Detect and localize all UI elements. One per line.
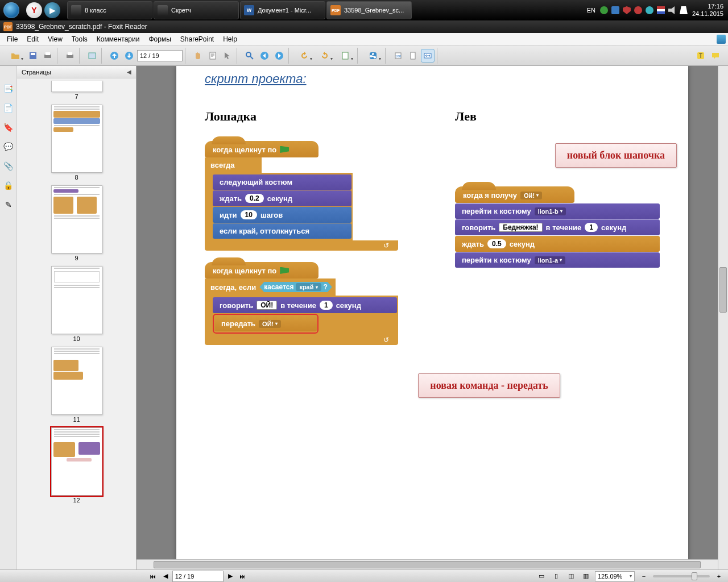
loop-arrow-icon: ↺ [383,242,389,250]
start-button[interactable] [0,0,23,20]
menu-file[interactable]: File [2,34,22,44]
share-button[interactable] [363,49,383,63]
menu-edit[interactable]: Edit [22,34,43,44]
page-thumbnail[interactable] [51,266,102,334]
wmp-icon[interactable]: ▶ [44,2,60,18]
tray-icon[interactable] [646,6,653,14]
next-page-button[interactable] [122,49,136,63]
menu-tools[interactable]: Tools [67,34,92,44]
comments-tab-icon[interactable]: 💬 [3,141,14,152]
prev-page-button[interactable]: ◀ [160,571,171,581]
prev-page-button[interactable] [107,49,121,63]
zoom-out-button[interactable]: − [638,571,650,581]
page-thumbnail[interactable] [51,81,102,92]
svg-text:T: T [699,53,702,59]
page-thumbnail[interactable] [51,347,102,415]
select-text-tool[interactable] [206,49,220,63]
actual-size-button[interactable]: 100 [391,49,405,63]
folder-icon [71,5,81,15]
menu-help[interactable]: Help [218,34,242,44]
horizontal-scrollbar[interactable] [136,559,718,569]
rotate-right-button[interactable] [315,49,334,63]
restore-icon[interactable] [717,35,726,44]
hand-tool[interactable] [191,49,205,63]
note-button[interactable] [709,49,722,63]
last-page-button[interactable]: ⏭ [237,571,249,581]
vertical-scrollbar[interactable] [718,66,728,569]
green-flag-icon [280,146,289,154]
tray-icon[interactable] [611,6,619,14]
select-tool[interactable] [221,49,234,63]
task-foxit[interactable]: PDF33598_Grebnev_sc... [326,1,412,19]
rotate-left-button[interactable] [295,49,314,63]
callout-top: новый блок шапочка [555,143,677,168]
thumbnails-list[interactable]: 7 8 9 10 11 12 [17,78,136,569]
page-thumbnail[interactable] [51,427,102,496]
menu-comments[interactable]: Комментарии [92,34,144,44]
zoom-combo[interactable]: 125.09% [595,571,635,581]
language-indicator[interactable]: EN [587,7,595,14]
print-button[interactable] [41,49,55,63]
menu-sharepoint[interactable]: SharePoint [176,34,218,44]
signatures-tab-icon[interactable]: ✎ [3,199,14,210]
scratch-script-3: когда я получу Ой! перейти к костюму lio… [455,186,660,268]
open-button[interactable] [6,49,25,63]
print-button2[interactable] [63,49,77,63]
first-page-button[interactable]: ⏮ [147,571,159,581]
status-page-input[interactable] [172,571,224,582]
svg-text:100: 100 [395,55,402,58]
scratch-script-1: когда щелкнут по всегда следующий костюм… [205,141,398,251]
flag-icon[interactable] [657,6,665,14]
menu-view[interactable]: View [43,34,67,44]
collapse-icon[interactable]: ◀ [127,69,131,75]
yandex-icon[interactable]: Y [26,2,42,18]
find-next-button[interactable] [272,49,286,63]
pdf-icon: PDF [3,22,13,31]
single-page-button[interactable]: ▭ [536,571,547,581]
continuous-facing-button[interactable]: ▥ [580,571,592,581]
task-word[interactable]: WДокумент1 - Micr... [240,1,325,19]
shield-icon[interactable] [623,6,631,14]
volume-icon[interactable] [668,6,676,14]
highlight-button[interactable]: T [694,49,708,63]
bookmarks-tab-icon[interactable]: 📑 [3,83,14,94]
find-prev-button[interactable] [258,49,271,63]
fit-page-button[interactable] [406,49,420,63]
folder-icon [158,5,168,15]
svg-rect-13 [342,52,348,59]
task-scratch[interactable]: Скретч [154,1,239,19]
page-number-input[interactable] [137,50,183,61]
save-button[interactable] [26,49,40,63]
menu-bar: File Edit View Tools Комментарии Формы S… [0,33,728,45]
next-page-button[interactable]: ▶ [225,571,236,581]
layers-tab-icon[interactable]: 🔖 [3,122,14,133]
menu-forms[interactable]: Формы [144,34,175,44]
pages-tab-icon[interactable]: 📄 [3,102,14,114]
continuous-button[interactable]: ▯ [551,571,562,581]
loop-arrow-icon: ↺ [383,336,389,344]
svg-rect-17 [411,52,415,59]
find-button[interactable] [243,49,257,63]
snapshot-button[interactable] [336,49,355,63]
facing-button[interactable]: ◫ [565,571,577,581]
window-title: 33598_Grebnev_scratch.pdf - Foxit Reader [16,23,147,31]
right-column: Лев новый блок шапочка когда я получу Ой… [455,109,660,356]
tray-icon[interactable] [634,6,642,14]
attachments-tab-icon[interactable]: 📎 [3,160,14,172]
left-column: Лошадка когда щелкнут по всегда следующи… [205,109,398,356]
clock[interactable]: 17:16 24.11.2015 [692,3,723,18]
green-flag-icon [280,267,289,275]
zoom-in-button[interactable]: + [713,571,725,581]
fit-width-button[interactable] [421,49,435,63]
page-thumbnail[interactable] [51,105,102,173]
page-display-button[interactable] [85,49,99,63]
security-tab-icon[interactable]: 🔒 [3,180,14,191]
svg-rect-3 [46,52,50,55]
zoom-slider[interactable] [653,575,710,577]
tray-icon[interactable] [600,6,608,14]
page-thumbnail[interactable] [51,185,102,253]
task-8klass[interactable]: 8 класс [67,1,152,19]
side-tabs: 📑 📄 🔖 💬 📎 🔒 ✎ [0,66,17,569]
document-scroll[interactable]: скрипт проекта: Лошадка когда щелкнут по… [136,66,728,569]
action-center-icon[interactable] [680,6,688,14]
